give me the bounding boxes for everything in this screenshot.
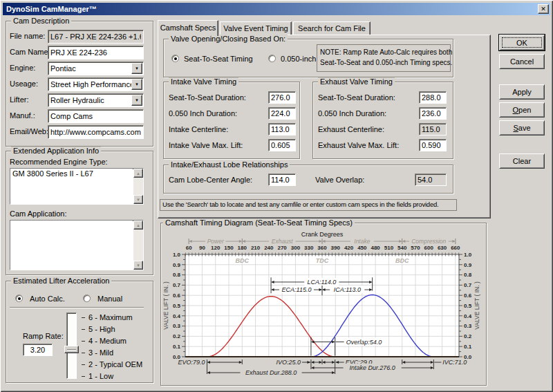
svg-text:570: 570 [411,245,420,251]
scroll-down-button[interactable]: ▼ [133,261,143,270]
svg-text:0.8: 0.8 [173,272,181,278]
engine-value: Pontiac [48,64,131,73]
exhaust-centerline-label: Exhaust Centerline: [318,125,384,133]
scroll-down-button[interactable]: ▼ [133,195,143,204]
exhaust-050-duration-label: 0.050 Inch Duration: [318,109,386,118]
valve-overlap-label: Valve Overlap: [315,176,364,184]
svg-text:240: 240 [264,245,274,251]
svg-text:0.7: 0.7 [464,282,472,288]
camshaft-timing-chart: 0.00.00.10.10.20.20.30.30.40.40.50.50.60… [162,231,485,379]
slider-label-row: 2 - Typical OEM [82,360,142,368]
svg-text:0.1: 0.1 [173,344,181,350]
svg-text:BDC: BDC [236,257,250,264]
svg-text:0.6: 0.6 [173,292,181,299]
email-web-input[interactable] [48,125,144,139]
intake-050-duration-label: 0.050 Inch Duration: [169,109,237,118]
intake-centerline-input[interactable] [268,123,296,136]
useage-value: Street High Performance [48,80,131,89]
tab-valve-event-timing[interactable]: Valve Event Timing [220,21,292,35]
clear-button[interactable]: Clear [499,153,545,169]
svg-text:630: 630 [438,245,447,251]
open-button[interactable]: Open [499,102,545,118]
svg-text:0.6: 0.6 [464,292,472,299]
apply-button[interactable]: Apply [499,84,545,100]
manuf-input[interactable] [48,109,144,123]
exhaust-s2s-duration-input[interactable] [419,91,447,104]
intake-s2s-duration-input[interactable] [268,91,296,104]
slider-label: 3 - Mild [88,348,113,357]
auto-calc-radio[interactable] [15,295,23,302]
lifter-label: Lifter: [10,95,29,104]
svg-text:Crank Degrees: Crank Degrees [301,231,344,238]
lobe-center-angle-label: Cam Lobe-Center Angle: [169,176,252,184]
tab-label: Search for Cam File [298,24,366,32]
intake-max-lift-input[interactable] [268,139,296,151]
useage-select[interactable]: Street High Performance ▼ [48,77,144,91]
cam-description-title: Cam Description [11,17,71,25]
svg-text:EVO:79.0: EVO:79.0 [178,359,205,366]
lifter-select[interactable]: Roller Hydraulic ▼ [48,93,144,107]
engine-select[interactable]: Pontiac ▼ [48,62,144,75]
ramp-rate-value[interactable] [23,344,53,356]
intake-centerline-label: Intake Centerline: [169,125,228,133]
svg-text:0.3: 0.3 [173,323,181,329]
svg-text:Exhaust Dur.288.0: Exhaust Dur.288.0 [245,369,297,376]
cam-name-input[interactable] [48,46,144,59]
cancel-button[interactable]: Cancel [499,54,545,69]
ok-button[interactable]: OK [499,35,545,50]
svg-text:0.8: 0.8 [464,272,472,278]
exhaust-max-lift-input[interactable] [419,139,447,151]
slider-tick [82,353,85,353]
seat-to-seat-radio[interactable] [171,55,179,62]
svg-text:0.3: 0.3 [464,323,472,329]
window-title: DynoSim CamManager™ [6,5,97,13]
scroll-up-button[interactable]: ▲ [133,169,143,178]
exhaust-timing-title: Exhaust Valve Timing [318,77,395,86]
svg-text:Intake Dur.276.0: Intake Dur.276.0 [350,364,395,371]
svg-text:Intake: Intake [354,238,370,245]
scroll-down-icon: ▼ [136,263,140,268]
divider [10,307,144,308]
scrollbar[interactable]: ▲ ▼ [133,221,143,270]
recommended-engine-type-textarea[interactable]: GM 3800 Series II - L67 ▲ ▼ [10,168,144,205]
slider-tick [82,341,85,342]
svg-text:IVC:71.0: IVC:71.0 [442,359,467,366]
close-button[interactable]: ✕ [538,4,549,14]
inch-timing-radio[interactable] [268,55,276,62]
slider-label: 1 - Low [88,372,113,380]
svg-text:ICA:113.0: ICA:113.0 [334,286,361,293]
svg-text:210: 210 [251,245,261,251]
exhaust-050-duration-input[interactable] [419,107,447,120]
recommended-engine-type-label: Recommended Engine Type: [10,158,108,166]
manual-radio[interactable] [83,295,91,302]
slider-label-row: 6 - Maximum [82,313,133,321]
lobe-title: Intake/Exhaust Lobe Relationships [169,160,290,169]
svg-text:0.7: 0.7 [173,282,181,288]
cam-name-label: Cam Name: [10,48,50,56]
tab-search-for-cam-file[interactable]: Search for Cam File [293,21,371,35]
slider-tick [82,364,85,365]
scroll-up-icon: ▲ [136,171,140,176]
cam-application-textarea[interactable]: ▲ ▼ [10,220,144,270]
manuf-label: Manuf.: [10,111,35,120]
scroll-up-icon: ▲ [136,223,140,227]
exhaust-max-lift-label: Exhaust Valve Max. Lift: [318,141,399,149]
ramp-rate-label: Ramp Rate: [23,332,64,340]
tab-camshaft-specs[interactable]: Camshaft Specs [158,20,218,36]
lobe-center-angle-input[interactable] [268,174,296,186]
seat-to-seat-label: Seat-To-Seat Timing [184,55,253,63]
slider-label: 2 - Typical OEM [88,360,142,368]
intake-timing-title: Intake Valve Timing [169,77,238,86]
save-button[interactable]: Save [499,120,545,136]
camshaft-timing-diagram-title: Camshaft Timing Diagram (Seat-To-Seat Ti… [163,218,355,227]
slider-tick [82,329,85,330]
intake-050-duration-input[interactable] [268,107,296,120]
ramp-rate-slider-thumb[interactable] [64,346,79,353]
svg-text:360: 360 [317,245,327,251]
scrollbar[interactable]: ▲ ▼ [133,169,143,204]
tab-label: Valve Event Timing [223,24,288,32]
slider-label-row: 3 - Mild [82,348,113,357]
scroll-up-button[interactable]: ▲ [133,221,143,230]
svg-text:Compression: Compression [411,238,446,245]
svg-text:BDC: BDC [395,257,409,264]
